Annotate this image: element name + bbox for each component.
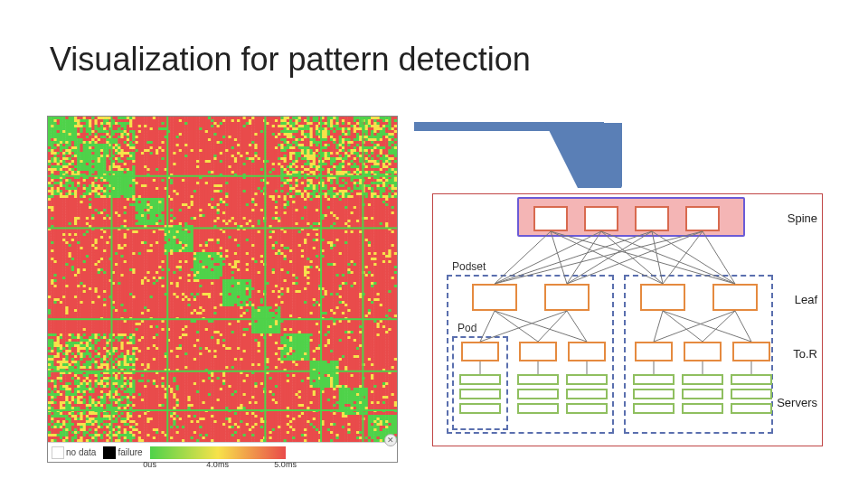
legend-tick-min: 0us: [143, 460, 156, 469]
legend-tick-max: 5.0ms: [274, 460, 297, 469]
svg-line-1: [551, 231, 567, 284]
svg-line-22: [654, 311, 663, 342]
svg-line-23: [663, 311, 703, 342]
network-topology-diagram: Podset Pod Spine Leaf To.R Servers: [432, 193, 823, 446]
svg-line-20: [538, 311, 567, 342]
legend-swatch-nodata: [52, 446, 64, 459]
svg-line-21: [567, 311, 587, 342]
svg-line-19: [480, 311, 567, 342]
topology-links: [432, 193, 823, 446]
svg-line-4: [495, 231, 601, 284]
page-title: Visualization for pattern detection: [50, 41, 531, 79]
pointer-arrow: [405, 116, 622, 188]
legend-tick-mid: 4.0ms: [206, 460, 229, 469]
svg-line-18: [495, 311, 587, 342]
svg-line-11: [652, 231, 735, 284]
legend-label-failure: failure: [118, 447, 142, 457]
legend-close-button[interactable]: ✕: [384, 434, 397, 446]
svg-line-0: [495, 231, 551, 284]
heatmap-panel: no data failure 0us 4.0ms 5.0ms ✕: [47, 116, 398, 463]
legend-gradient: 0us 4.0ms 5.0ms: [150, 446, 286, 459]
heatmap-legend: no data failure 0us 4.0ms 5.0ms ✕: [48, 442, 397, 462]
svg-line-25: [654, 311, 735, 342]
latency-heatmap: [48, 117, 397, 442]
legend-label-nodata: no data: [66, 447, 96, 457]
svg-line-17: [495, 311, 538, 342]
svg-line-12: [495, 231, 703, 284]
svg-line-8: [495, 231, 652, 284]
legend-swatch-failure: [103, 446, 116, 459]
svg-line-2: [551, 231, 663, 284]
